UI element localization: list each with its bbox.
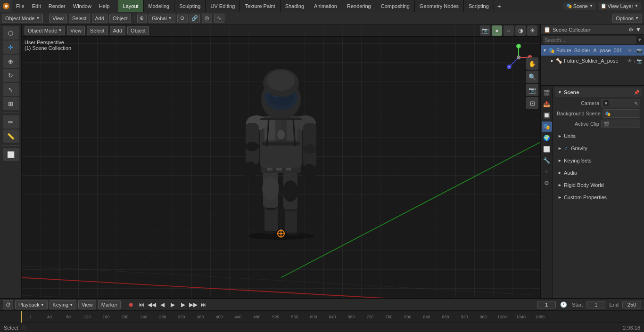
viewport-render-preview[interactable]: ☀	[527, 25, 537, 36]
view-menu-timeline[interactable]: View	[78, 300, 96, 309]
transform-tool[interactable]: ⊞	[3, 97, 19, 110]
keying-menu[interactable]: Keying ▼	[50, 300, 77, 309]
outliner-filter-icon[interactable]: ▼	[637, 37, 642, 42]
tab-animation[interactable]: Animation	[309, 0, 342, 12]
render-icon[interactable]: 📷	[636, 48, 642, 53]
expand-arrow-2[interactable]: ►	[550, 58, 554, 63]
units-header[interactable]: ► Units	[555, 131, 642, 141]
rigid-body-world-header[interactable]: ► Rigid Body World	[555, 180, 642, 190]
tab-texture-paint[interactable]: Texture Paint	[240, 0, 280, 12]
prop-modifier-tab[interactable]: 🔧	[542, 155, 552, 166]
prop-viewlayer-tab[interactable]: 🔲	[542, 110, 552, 121]
pivot-selector[interactable]: ⊙	[177, 14, 188, 23]
tab-modeling[interactable]: Modeling	[144, 0, 175, 12]
view-layer-selector[interactable]: 📋 View Layer ▼	[598, 2, 641, 10]
prop-particles-tab[interactable]: ⁘	[542, 167, 552, 177]
vp-hand-tool[interactable]: ✋	[526, 57, 538, 70]
current-frame-input[interactable]: 1	[537, 301, 556, 308]
falloff-selector[interactable]: ∿	[214, 14, 224, 23]
vp-camera-view[interactable]: 📷	[526, 84, 538, 96]
add-menu[interactable]: Add	[92, 14, 108, 23]
vp-frame-all[interactable]: ⊡	[526, 97, 538, 109]
prop-output-tab[interactable]: 📤	[542, 99, 552, 109]
view-menu[interactable]: View	[49, 14, 67, 23]
tab-layout[interactable]: Layout	[118, 0, 144, 12]
snap-toggle[interactable]: 🔗	[190, 14, 200, 23]
start-frame-input[interactable]: 1	[586, 301, 605, 308]
vp-mode-selector[interactable]: Object Mode ▼	[25, 26, 65, 35]
visibility-icon-2[interactable]: 👁	[627, 58, 632, 64]
viewport-camera-icon[interactable]: 📷	[480, 25, 490, 36]
record-btn[interactable]: ⏺	[126, 300, 136, 309]
add-workspace-button[interactable]: +	[494, 1, 504, 11]
scene-selector[interactable]: 🎭 Scene ▼	[563, 2, 596, 10]
options-btn[interactable]: Options ▼	[612, 14, 642, 23]
viewport-wireframe-mode[interactable]: ○	[504, 25, 514, 36]
prop-object-tab[interactable]: ⬜	[542, 144, 552, 154]
object-menu[interactable]: Object	[109, 14, 131, 23]
custom-properties-header[interactable]: ► Custom Properties	[555, 192, 642, 202]
outliner-search-input[interactable]	[543, 36, 636, 44]
step-forward-btn[interactable]: ▶	[178, 300, 188, 309]
tab-rendering[interactable]: Rendering	[342, 0, 376, 12]
select-tool[interactable]: ⬡	[3, 26, 19, 40]
select-menu[interactable]: Select	[69, 14, 90, 23]
vp-select-menu[interactable]: Select	[87, 26, 108, 35]
menu-render[interactable]: Render	[45, 0, 69, 12]
outliner-view-options[interactable]: ▼	[636, 26, 641, 33]
prev-keyframe-btn[interactable]: ◀◀	[147, 300, 157, 309]
vp-object-menu[interactable]: Object	[127, 26, 149, 35]
frame-number-bar[interactable]: 1 40 80 120 160 200 240 280 320 360 400	[0, 310, 644, 323]
menu-window[interactable]: Window	[69, 0, 95, 12]
timeline-mode-icon[interactable]: ⏱	[3, 300, 13, 309]
visibility-icon[interactable]: 👁	[627, 48, 632, 53]
vp-add-menu[interactable]: Add	[110, 26, 126, 35]
transform-icon-btn[interactable]: ⊕	[137, 14, 147, 23]
tab-geometry-nodes[interactable]: Geometry Nodes	[415, 0, 464, 12]
object-mode-selector[interactable]: Object Mode ▼	[2, 14, 43, 23]
camera-value[interactable]: ■ ✎	[601, 99, 640, 107]
tab-uv-editing[interactable]: UV Editing	[206, 0, 240, 12]
active-clip-value[interactable]: 🎬	[601, 120, 640, 128]
play-btn[interactable]: ▶	[168, 300, 177, 309]
tab-compositing[interactable]: Compositing	[376, 0, 415, 12]
prop-world-tab[interactable]: 🌍	[542, 133, 552, 143]
prop-render-tab[interactable]: 🎬	[542, 88, 552, 98]
proportional-toggle[interactable]: ◎	[202, 14, 212, 23]
rotate-tool[interactable]: ↻	[3, 69, 19, 82]
playback-menu[interactable]: Playback ▼	[15, 300, 48, 309]
scene-section-pin[interactable]: 📌	[634, 90, 639, 95]
prop-physics-tab[interactable]: ⚙	[542, 178, 552, 188]
audio-header[interactable]: ► Audio	[555, 168, 642, 178]
outliner-item-pose[interactable]: ► 🦴 Future_Soldier_A_pose 👁 ↓ 📷	[541, 56, 644, 66]
viewport-solid-mode[interactable]: ●	[492, 25, 502, 36]
end-frame-input[interactable]: 250	[622, 301, 641, 308]
measure-tool[interactable]: 📏	[3, 130, 19, 143]
outliner-item-scene-collection[interactable]: ▼ 🎭 Future_Soldier_A_pose_001 👁 ↓ 📷	[541, 45, 644, 56]
next-keyframe-btn[interactable]: ▶▶	[189, 300, 198, 309]
frame-clock-btn[interactable]: 🕐	[559, 300, 568, 309]
marker-menu[interactable]: Marker	[98, 300, 121, 309]
menu-help[interactable]: Help	[95, 0, 114, 12]
tab-sculpting[interactable]: Sculpting	[174, 0, 206, 12]
jump-start-btn[interactable]: ⏮	[137, 300, 146, 309]
gravity-checkbox-icon[interactable]: ✓	[564, 146, 568, 152]
gravity-header[interactable]: ► ✓ Gravity	[555, 143, 642, 154]
step-back-btn[interactable]: ◀	[157, 300, 167, 309]
prop-scene-tab[interactable]: 🎭	[542, 121, 552, 132]
expand-arrow-1[interactable]: ▼	[543, 48, 547, 53]
outliner-filter[interactable]: ⚙	[628, 26, 634, 33]
scene-section-header[interactable]: ▼ Scene 📌	[555, 88, 642, 97]
tab-scripting[interactable]: Scripting	[464, 0, 494, 12]
vp-view-menu[interactable]: View	[67, 26, 85, 35]
transform-selector[interactable]: Global ▼	[149, 14, 175, 23]
camera-pick-icon[interactable]: ✎	[634, 101, 638, 106]
jump-end-btn[interactable]: ⏭	[199, 300, 208, 309]
vp-zoom-tool[interactable]: 🔍	[526, 71, 538, 83]
move-tool[interactable]: ⊕	[3, 55, 19, 68]
render-icon-2[interactable]: 📷	[636, 58, 642, 64]
menu-edit[interactable]: Edit	[28, 0, 45, 12]
background-scene-value[interactable]: 🎭	[603, 109, 640, 118]
scale-tool[interactable]: ⤡	[3, 83, 19, 96]
cursor-tool[interactable]: ✛	[3, 40, 19, 54]
